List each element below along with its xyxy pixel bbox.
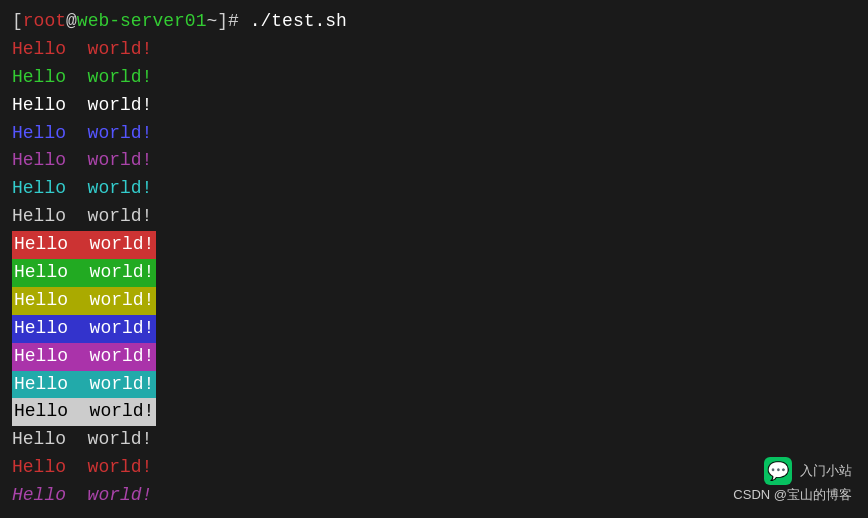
watermark-icon: 💬	[764, 457, 792, 485]
output-line-9: Hello world!	[12, 259, 856, 287]
output-line-3: Hello world!	[12, 92, 856, 120]
output-line-11: Hello world!	[12, 315, 856, 343]
text-bg-purple: Hello world!	[12, 343, 156, 371]
output-line-5: Hello world!	[12, 147, 856, 175]
text-bg-white: Hello world!	[12, 398, 156, 426]
output-line-1: Hello world!	[12, 36, 856, 64]
watermark: 💬 入门小站 CSDN @宝山的博客	[733, 457, 852, 506]
output-line-8: Hello world!	[12, 231, 856, 259]
prompt-tilde: ~	[206, 11, 217, 31]
output-line-7: Hello world!	[12, 203, 856, 231]
output-line-14: Hello world!	[12, 398, 856, 426]
bracket-open: [	[12, 11, 23, 31]
text-blue: Hello world!	[12, 123, 152, 143]
text-bg-cyan: Hello world!	[12, 371, 156, 399]
text-bg-red: Hello world!	[12, 231, 156, 259]
text-bg-green: Hello world!	[12, 259, 156, 287]
text-purple: Hello world!	[12, 150, 152, 170]
output-line-2: Hello world!	[12, 64, 856, 92]
prompt-line: [root@web-server01~]# ./test.sh	[12, 8, 856, 36]
text-red2: Hello world!	[12, 457, 152, 477]
watermark-title: 入门小站	[800, 461, 852, 482]
text-italic-purple: Hello world!	[12, 485, 152, 505]
prompt-command: ./test.sh	[239, 11, 347, 31]
text-bg-blue: Hello world!	[12, 315, 156, 343]
text-white: Hello world!	[12, 95, 152, 115]
output-line-4: Hello world!	[12, 120, 856, 148]
output-line-16: Hello world!	[12, 454, 856, 482]
prompt-at: @	[66, 11, 77, 31]
output-line-15: Hello world!	[12, 426, 856, 454]
prompt-host: web-server01	[77, 11, 207, 31]
text-bg-yellow: Hello world!	[12, 287, 156, 315]
prompt-hash: #	[228, 11, 239, 31]
output-line-12: Hello world!	[12, 343, 856, 371]
output-line-13: Hello world!	[12, 371, 856, 399]
text-red: Hello world!	[12, 39, 152, 59]
prompt-user: root	[23, 11, 66, 31]
terminal-window: [root@web-server01~]# ./test.sh Hello wo…	[0, 0, 868, 518]
text-cyan: Hello world!	[12, 178, 152, 198]
output-line-10: Hello world!	[12, 287, 856, 315]
output-line-17: Hello world!	[12, 482, 856, 510]
output-line-6: Hello world!	[12, 175, 856, 203]
text-green: Hello world!	[12, 67, 152, 87]
text-default: Hello world!	[12, 206, 152, 226]
text-default2: Hello world!	[12, 429, 152, 449]
bracket-close: ]	[217, 11, 228, 31]
watermark-subtitle: CSDN @宝山的博客	[733, 485, 852, 506]
